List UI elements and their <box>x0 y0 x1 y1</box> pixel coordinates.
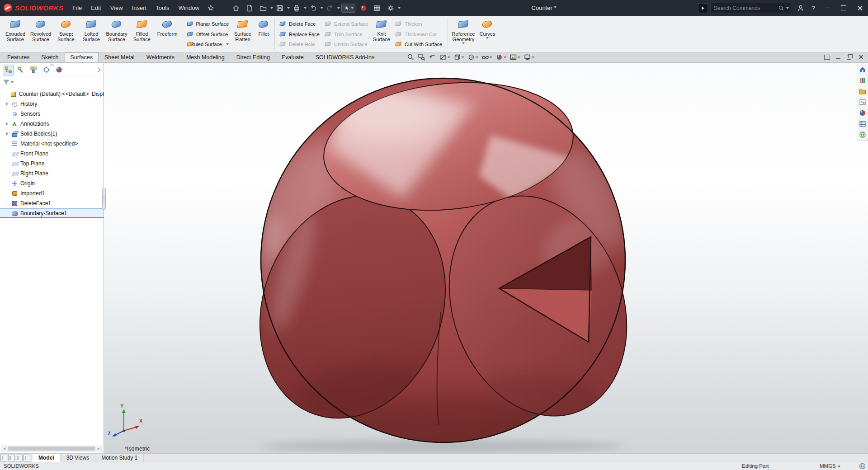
collapse-pane-icon[interactable] <box>50 64 54 66</box>
tree-item-top-plane[interactable]: Top Plane <box>0 159 104 169</box>
reference-geometry-dropdown-icon[interactable] <box>462 42 465 44</box>
section-view-dropdown-icon[interactable] <box>448 56 450 58</box>
tab-weldments[interactable]: Weldments <box>141 52 180 62</box>
close-document-icon[interactable] <box>858 54 864 60</box>
filter-dropdown-icon[interactable] <box>11 81 14 83</box>
tree-item-history[interactable]: History <box>0 99 104 109</box>
units-dropdown-icon[interactable] <box>838 465 840 467</box>
split-view-button[interactable] <box>0 455 7 461</box>
custom-properties-icon[interactable] <box>858 120 867 128</box>
fillet-button[interactable]: Fillet <box>255 17 273 51</box>
tab-model[interactable]: Model <box>33 454 61 462</box>
reference-geometry-button[interactable]: Reference Geometry <box>450 17 477 51</box>
filled-surface-button[interactable]: Filled Surface <box>129 17 155 51</box>
menu-view[interactable]: View <box>106 0 127 16</box>
view-settings-icon[interactable] <box>523 53 535 61</box>
tree-item-sensors[interactable]: Sensors <box>0 109 104 119</box>
view-settings-dropdown-icon[interactable] <box>532 56 534 58</box>
save-icon[interactable] <box>274 2 286 14</box>
panel-splitter-handle[interactable] <box>102 188 106 210</box>
units-selector[interactable]: MMGS <box>820 463 840 469</box>
panel-horizontal-scrollbar[interactable] <box>1 446 102 451</box>
open-dropdown-icon[interactable] <box>270 7 273 9</box>
edit-appearance-dropdown-icon[interactable] <box>504 56 506 58</box>
search-input[interactable] <box>714 5 777 11</box>
curves-button[interactable]: Curves <box>477 17 498 51</box>
menu-insert[interactable]: Insert <box>127 0 151 16</box>
tree-item-material[interactable]: Material <not specified> <box>0 139 104 149</box>
appearance-ball-icon[interactable] <box>358 2 369 14</box>
tree-item-right-plane[interactable]: Right Plane <box>0 169 104 179</box>
split-view-button[interactable] <box>16 455 23 461</box>
offset-surface-button[interactable]: Offset Surface <box>186 30 229 39</box>
apply-scene-dropdown-icon[interactable] <box>518 56 520 58</box>
tab-surfaces[interactable]: Surfaces <box>65 52 99 62</box>
ruled-surface-button[interactable]: Ruled Surface <box>186 40 229 49</box>
delete-face-button[interactable]: Delete Face <box>279 19 320 28</box>
more-tabs-icon[interactable] <box>95 67 102 73</box>
extruded-surface-button[interactable]: Extruded Surface <box>3 17 28 51</box>
expand-arrow-icon[interactable] <box>5 122 9 126</box>
minimize-button[interactable] <box>819 0 835 16</box>
display-style-icon[interactable] <box>467 53 479 61</box>
replace-face-button[interactable]: Replace Face <box>279 30 320 39</box>
new-document-icon[interactable] <box>244 2 255 14</box>
tree-item-imported1[interactable]: Imported1 <box>0 188 104 198</box>
tab-mesh-modeling[interactable]: Mesh Modeling <box>180 52 231 62</box>
knit-surface-button[interactable]: Knit Surface <box>371 17 392 51</box>
resources-icon[interactable] <box>858 131 867 139</box>
display-style-dropdown-icon[interactable] <box>476 56 478 58</box>
design-library-icon[interactable] <box>858 76 867 85</box>
filter-funnel-icon[interactable] <box>3 79 10 86</box>
ruled-surface-dropdown-icon[interactable] <box>226 43 229 45</box>
tree-root[interactable]: Counter (Default) <<Default>_Display <box>0 89 104 99</box>
configurationmanager-tab-icon[interactable] <box>28 65 39 75</box>
close-button[interactable] <box>852 0 868 16</box>
select-tool-button[interactable] <box>341 4 355 13</box>
scroll-left-icon[interactable] <box>1 446 7 451</box>
options-dropdown-icon[interactable] <box>398 7 401 9</box>
tab-motion-study-1[interactable]: Motion Study 1 <box>95 454 144 462</box>
hide-show-dropdown-icon[interactable] <box>490 56 492 58</box>
tree-item-origin[interactable]: Origin <box>0 179 104 188</box>
section-view-icon[interactable] <box>439 53 451 61</box>
freeform-button[interactable]: Freeform <box>155 17 180 51</box>
minimize-document-icon[interactable] <box>835 54 842 60</box>
appearances-scenes-icon[interactable] <box>858 109 867 117</box>
help-icon[interactable]: ? <box>807 5 819 12</box>
curves-dropdown-icon[interactable] <box>486 37 489 39</box>
view-palette-icon[interactable] <box>858 98 867 106</box>
tree-item-solid-bodies[interactable]: Solid Bodies(1) <box>0 129 104 139</box>
undo-dropdown-icon[interactable] <box>321 7 323 9</box>
cut-with-surface-button[interactable]: Cut With Surface <box>395 40 443 49</box>
home-tab-icon[interactable] <box>858 66 867 74</box>
tree-item-annotations[interactable]: Annotations <box>0 119 104 129</box>
previous-view-icon[interactable] <box>428 53 437 61</box>
tab-evaluate[interactable]: Evaluate <box>276 52 310 62</box>
tree-item-deleteface1[interactable]: DeleteFace1 <box>0 198 104 208</box>
zoom-area-icon[interactable] <box>417 53 426 61</box>
expand-arrow-icon[interactable] <box>5 132 9 136</box>
tab-solidworks-addins[interactable]: SOLIDWORKS Add-Ins <box>310 52 381 62</box>
select-dropdown-icon[interactable] <box>351 7 354 9</box>
split-view-button[interactable] <box>24 455 30 461</box>
split-view-button[interactable] <box>8 455 15 461</box>
surface-flatten-button[interactable]: Surface Flatten <box>231 17 255 51</box>
revolved-surface-button[interactable]: Revolved Surface <box>28 17 53 51</box>
expand-arrow-icon[interactable] <box>5 102 9 106</box>
search-icon[interactable] <box>778 5 784 11</box>
maximize-button[interactable] <box>835 0 852 16</box>
tab-direct-editing[interactable]: Direct Editing <box>231 52 276 62</box>
print-dropdown-icon[interactable] <box>304 7 307 9</box>
edit-appearance-icon[interactable] <box>495 53 507 61</box>
search-dropdown-icon[interactable] <box>786 7 789 9</box>
menu-edit[interactable]: Edit <box>86 0 105 16</box>
view-orientation-dropdown-icon[interactable] <box>462 56 464 58</box>
lofted-surface-button[interactable]: Lofted Surface <box>79 17 104 51</box>
menu-tools[interactable]: Tools <box>151 0 174 16</box>
web-help-globe-icon[interactable] <box>859 463 866 470</box>
tab-sketch[interactable]: Sketch <box>35 52 64 62</box>
menu-window[interactable]: Window <box>174 0 204 16</box>
propertymanager-tab-icon[interactable] <box>15 65 26 75</box>
print-icon[interactable] <box>291 2 302 14</box>
